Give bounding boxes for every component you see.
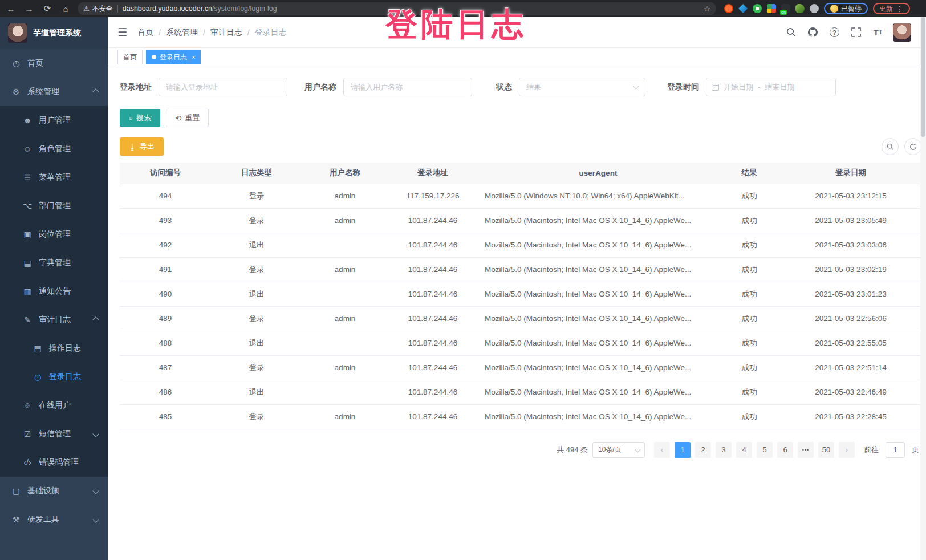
browser-reload-icon[interactable]: ⟳ (41, 3, 54, 14)
extension-icon[interactable] (753, 4, 762, 13)
table-row[interactable]: 489登录admin101.87.244.46Mozilla/5.0 (Maci… (120, 306, 921, 331)
cell-ip: 101.87.244.46 (388, 331, 478, 355)
breadcrumb-separator: / (247, 28, 250, 37)
sidebar-item-infrastructure[interactable]: ▢ 基础设施 (0, 477, 108, 505)
table-row[interactable]: 494登录admin117.159.17.226Mozilla/5.0 (Win… (120, 184, 921, 208)
search-icon[interactable] (785, 26, 797, 39)
goto-label: 前往 (864, 445, 879, 455)
table-row[interactable]: 493登录admin101.87.244.46Mozilla/5.0 (Maci… (120, 208, 921, 233)
page-button[interactable]: 2 (695, 442, 711, 458)
app-logo[interactable]: 芋道管理系统 (0, 17, 108, 49)
cell-result: 成功 (718, 184, 780, 208)
browser-back-icon[interactable]: ← (5, 4, 17, 14)
cell-useragent: Mozilla/5.0 (Macintosh; Intel Mac OS X 1… (478, 233, 718, 257)
sidebar-item-notice[interactable]: ▥ 通知公告 (0, 277, 108, 306)
cell-useragent: Mozilla/5.0 (Macintosh; Intel Mac OS X 1… (478, 306, 718, 331)
sidebar-item-dev-tools[interactable]: ⚒ 研发工具 (0, 505, 108, 534)
page-size-select[interactable]: 10条/页 (592, 442, 645, 458)
prev-page-button[interactable]: ‹ (654, 442, 670, 458)
browser-scrollbar[interactable] (920, 17, 926, 560)
toggle-search-icon[interactable] (882, 138, 899, 155)
extension-icon[interactable] (724, 4, 733, 13)
tab-close-icon[interactable]: × (192, 54, 195, 60)
export-button[interactable]: ⭳ 导出 (120, 137, 164, 156)
page-button[interactable]: 5 (757, 442, 773, 458)
table-row[interactable]: 485登录admin101.87.244.46Mozilla/5.0 (Maci… (120, 404, 921, 429)
goto-page-input[interactable] (886, 442, 905, 458)
on-badge: on (780, 10, 787, 15)
help-icon[interactable]: ? (828, 26, 840, 39)
sidebar-collapse-icon[interactable]: ☰ (117, 26, 127, 39)
sidebar-item-login-log[interactable]: ◴ 登录日志 (0, 363, 108, 391)
calendar-icon (712, 84, 719, 91)
refresh-icon[interactable] (904, 138, 921, 155)
page-button[interactable]: 4 (736, 442, 752, 458)
page-button[interactable]: 6 (777, 442, 793, 458)
table-row[interactable]: 492退出101.87.244.46Mozilla/5.0 (Macintosh… (120, 233, 921, 257)
status-select[interactable]: 结果 (519, 78, 645, 96)
browser-home-icon[interactable]: ⌂ (59, 4, 72, 14)
sidebar-item-dept-management[interactable]: ⌥ 部门管理 (0, 192, 108, 220)
login-address-input[interactable] (159, 78, 287, 96)
edit-icon: ✎ (23, 315, 32, 324)
scrollbar-thumb[interactable] (921, 17, 925, 137)
browser-menu-dots-icon[interactable]: ⋮ (896, 5, 904, 13)
font-size-icon[interactable]: TT (871, 26, 884, 39)
user-avatar[interactable] (893, 23, 911, 42)
date-range-picker[interactable]: 开始日期 - 结束日期 (706, 78, 836, 96)
sidebar-item-menu-management[interactable]: ☰ 菜单管理 (0, 163, 108, 192)
extension-icon[interactable] (738, 4, 748, 13)
tab-home[interactable]: 首页 (117, 50, 143, 64)
github-icon[interactable] (806, 26, 819, 39)
next-page-button[interactable]: › (839, 442, 855, 458)
sidebar-item-role-management[interactable]: ☺ 角色管理 (0, 135, 108, 163)
extension-icon[interactable] (767, 4, 776, 13)
more-pages-icon[interactable]: ••• (798, 442, 814, 458)
update-button[interactable]: 更新 ⋮ (873, 3, 910, 14)
sidebar-item-sms-management[interactable]: ☑ 短信管理 (0, 420, 108, 448)
table-row[interactable]: 486退出101.87.244.46Mozilla/5.0 (Macintosh… (120, 380, 921, 404)
start-date-placeholder: 开始日期 (724, 82, 753, 92)
breadcrumb-item[interactable]: 审计日志 (210, 27, 242, 38)
search-button[interactable]: ⌕ 搜索 (120, 109, 160, 127)
table-row[interactable]: 491登录admin101.87.244.46Mozilla/5.0 (Maci… (120, 257, 921, 282)
page-button[interactable]: 1 (675, 442, 691, 458)
user-icon: ☻ (23, 116, 32, 125)
sidebar-item-home[interactable]: ◷ 首页 (0, 49, 108, 78)
breadcrumb-item[interactable]: 系统管理 (166, 27, 198, 38)
paused-extension-pill[interactable]: 已暂停 (824, 3, 868, 14)
sidebar-item-system-management[interactable]: ⚙ 系统管理 (0, 78, 108, 106)
dashboard-icon: ◷ (11, 59, 21, 68)
notice-icon: ▥ (23, 287, 32, 296)
page-button[interactable]: 3 (716, 442, 732, 458)
username-input[interactable] (343, 78, 472, 96)
login-time-label: 登录时间 (667, 82, 699, 92)
tab-login-log[interactable]: 登录日志 × (146, 50, 201, 64)
table-row[interactable]: 487登录admin101.87.244.46Mozilla/5.0 (Maci… (120, 355, 921, 380)
dictionary-icon: ▤ (23, 258, 32, 267)
sidebar-item-user-management[interactable]: ☻ 用户管理 (0, 106, 108, 135)
puzzle-extension-icon[interactable] (810, 4, 819, 13)
cell-id: 492 (120, 233, 211, 257)
sidebar-item-dict-management[interactable]: ▤ 字典管理 (0, 249, 108, 277)
last-page-button[interactable]: 50 (818, 442, 834, 458)
sidebar-item-audit-log[interactable]: ✎ 审计日志 (0, 306, 108, 334)
breadcrumb-item[interactable]: 首页 (137, 27, 153, 38)
sidebar-item-errorcode-management[interactable]: ‹/› 错误码管理 (0, 448, 108, 477)
cell-type: 登录 (211, 184, 302, 208)
bookmark-star-icon[interactable]: ☆ (704, 5, 710, 13)
extension-icon[interactable]: on (781, 4, 790, 13)
code-icon: ‹/› (23, 458, 32, 467)
table-row[interactable]: 488退出101.87.244.46Mozilla/5.0 (Macintosh… (120, 331, 921, 355)
browser-forward-icon[interactable]: → (23, 4, 35, 14)
extension-icon[interactable] (795, 4, 805, 13)
reset-button[interactable]: ⟲ 重置 (166, 109, 209, 127)
security-chip[interactable]: ⚠ 不安全 (83, 4, 113, 14)
fullscreen-icon[interactable] (850, 26, 862, 39)
chevron-down-icon (92, 488, 99, 494)
sidebar-item-online-users[interactable]: ⌾ 在线用户 (0, 391, 108, 420)
sidebar-item-post-management[interactable]: ▣ 岗位管理 (0, 220, 108, 249)
cell-useragent: Mozilla/5.0 (Macintosh; Intel Mac OS X 1… (478, 331, 718, 355)
table-row[interactable]: 490退出101.87.244.46Mozilla/5.0 (Macintosh… (120, 282, 921, 306)
sidebar-item-operation-log[interactable]: ▤ 操作日志 (0, 334, 108, 363)
